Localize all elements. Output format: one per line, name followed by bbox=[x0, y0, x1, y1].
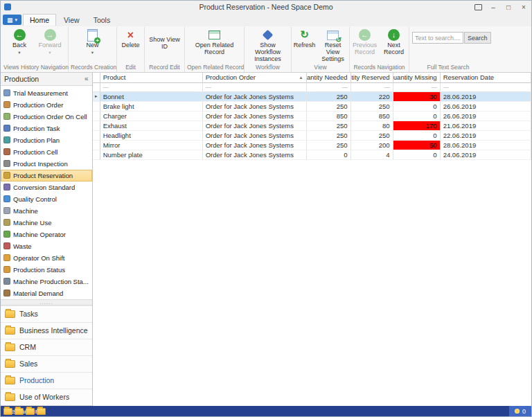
sidebar-splitter[interactable]: ...... bbox=[1, 299, 92, 305]
sidebar-item-machine-production-sta[interactable]: Machine Production Sta... bbox=[1, 276, 92, 287]
cell-date[interactable]: 28.06.2019 bbox=[441, 92, 531, 102]
cell-missing[interactable]: 0 bbox=[393, 112, 441, 121]
column-header-quantity-needed[interactable]: Quantity Needed bbox=[307, 73, 351, 83]
sidebar-item-quality-control[interactable]: Quality Control bbox=[1, 193, 92, 205]
sidebar-item-waste[interactable]: Waste bbox=[1, 240, 92, 252]
cell-reserved[interactable]: 220 bbox=[351, 92, 393, 102]
sidebar-nav-crm[interactable]: CRM bbox=[1, 339, 92, 355]
reset-view-settings-button[interactable]: Reset View Settings bbox=[317, 28, 349, 64]
cell-missing[interactable]: 170 bbox=[393, 121, 441, 131]
sidebar-nav-production[interactable]: Production bbox=[1, 372, 92, 389]
cell-needed[interactable]: 250 bbox=[307, 121, 351, 131]
cell-order[interactable]: Order for Jack Jones Systems bbox=[203, 121, 307, 131]
folder-icon[interactable] bbox=[37, 408, 46, 415]
sidebar-nav-sales[interactable]: Sales bbox=[1, 355, 92, 372]
cell-needed[interactable]: 250 bbox=[307, 141, 351, 150]
filter-cell-quantity-needed[interactable]: — bbox=[307, 83, 351, 92]
sidebar-item-trial-measurement[interactable]: Trial Measurement bbox=[1, 87, 92, 99]
cell-missing[interactable]: 50 bbox=[393, 141, 441, 150]
cell-reserved[interactable]: 250 bbox=[351, 102, 393, 112]
new-button[interactable]: New ▾ bbox=[78, 28, 108, 55]
cell-date[interactable]: 26.06.2019 bbox=[441, 102, 531, 112]
cell-date[interactable]: 22.06.2019 bbox=[441, 131, 531, 141]
cell-order[interactable]: Order for Jack Jones Systems bbox=[203, 150, 307, 160]
table-row[interactable]: ExhaustOrder for Jack Jones Systems25080… bbox=[93, 121, 531, 131]
sidebar-nav-business-intelligence[interactable]: Business Intelligence bbox=[1, 322, 92, 339]
cell-product[interactable]: Headlight bbox=[100, 131, 203, 141]
next-record-button[interactable]: ↓ Next Record bbox=[380, 28, 409, 57]
cell-reserved[interactable]: 4 bbox=[351, 150, 393, 160]
cell-product[interactable]: Charger bbox=[100, 112, 203, 121]
sidebar-item-production-order-on-cell[interactable]: Production Order On Cell bbox=[1, 111, 92, 123]
tab-tools[interactable]: Tools bbox=[87, 15, 117, 26]
cell-needed[interactable]: 250 bbox=[307, 131, 351, 141]
cell-reserved[interactable]: 250 bbox=[351, 131, 393, 141]
sidebar-nav-tasks[interactable]: Tasks bbox=[1, 305, 92, 322]
filter-cell-quantity-missing[interactable]: — bbox=[393, 83, 441, 92]
tab-home[interactable]: Home bbox=[23, 14, 56, 26]
sidebar-item-production-cell[interactable]: Production Cell bbox=[1, 146, 92, 158]
sidebar-item-machine-use[interactable]: Machine Use bbox=[1, 217, 92, 229]
sidebar-item-material-demand[interactable]: Material Demand bbox=[1, 287, 92, 299]
column-header-quantity-missing[interactable]: Quantity Missing bbox=[393, 73, 441, 83]
sidebar-collapse-button[interactable]: « bbox=[85, 75, 89, 82]
sidebar-item-production-task[interactable]: Production Task bbox=[1, 123, 92, 134]
back-button[interactable]: ← Back ▾ bbox=[4, 28, 35, 55]
sidebar-nav-use-of-workers[interactable]: Use of Workers bbox=[1, 389, 92, 405]
cell-needed[interactable]: 0 bbox=[307, 150, 351, 160]
folder-icon[interactable] bbox=[26, 408, 35, 415]
filter-cell-production-order[interactable]: — bbox=[203, 83, 307, 92]
cell-date[interactable]: 26.06.2019 bbox=[441, 112, 531, 121]
table-row[interactable]: Brake lightOrder for Jack Jones Systems2… bbox=[93, 102, 531, 112]
folder-icon[interactable] bbox=[15, 408, 24, 415]
application-menu-button[interactable]: ▦ ▾ bbox=[3, 15, 21, 25]
cell-order[interactable]: Order for Jack Jones Systems bbox=[203, 102, 307, 112]
sidebar-item-conversion-standard[interactable]: Conversion Standard bbox=[1, 181, 92, 193]
sidebar-item-machine-operator[interactable]: Machine Operator bbox=[1, 229, 92, 240]
filter-cell-product[interactable]: — bbox=[100, 83, 203, 92]
full-text-search-input[interactable] bbox=[412, 32, 463, 44]
cell-reserved[interactable]: 850 bbox=[351, 112, 393, 121]
search-button[interactable]: Search bbox=[464, 32, 491, 44]
sidebar-item-machine[interactable]: Machine bbox=[1, 205, 92, 217]
cell-needed[interactable]: 850 bbox=[307, 112, 351, 121]
cell-order[interactable]: Order for Jack Jones Systems bbox=[203, 141, 307, 150]
cell-order[interactable]: Order for Jack Jones Systems bbox=[203, 131, 307, 141]
table-row[interactable]: MirrorOrder for Jack Jones Systems250200… bbox=[93, 141, 531, 150]
cell-product[interactable]: Mirror bbox=[100, 141, 203, 150]
open-related-record-button[interactable]: Open Related Record bbox=[192, 28, 238, 57]
notification-area[interactable]: 0 bbox=[509, 406, 531, 416]
sidebar-item-production-order[interactable]: Production Order bbox=[1, 99, 92, 111]
filter-cell-quantity-reserved[interactable]: — bbox=[351, 83, 393, 92]
cell-reserved[interactable]: 200 bbox=[351, 141, 393, 150]
cell-needed[interactable]: 250 bbox=[307, 102, 351, 112]
cell-missing[interactable]: 0 bbox=[393, 102, 441, 112]
filter-cell-reservation-date[interactable]: — bbox=[441, 83, 531, 92]
sidebar-item-product-reservation[interactable]: Product Reservation bbox=[1, 170, 92, 181]
cell-missing[interactable]: 0 bbox=[393, 131, 441, 141]
cell-order[interactable]: Order for Jack Jones Systems bbox=[203, 112, 307, 121]
show-view-id-button[interactable]: Show View ID bbox=[146, 28, 184, 60]
maximize-button[interactable]: □ bbox=[501, 1, 516, 13]
tab-view[interactable]: View bbox=[57, 15, 86, 26]
sidebar-item-operator-on-shift[interactable]: Operator On Shift bbox=[1, 252, 92, 264]
column-header-product[interactable]: Product bbox=[100, 73, 203, 83]
close-button[interactable]: × bbox=[516, 1, 531, 13]
table-row[interactable]: ChargerOrder for Jack Jones Systems85085… bbox=[93, 112, 531, 121]
table-row[interactable]: HeadlightOrder for Jack Jones Systems250… bbox=[93, 131, 531, 141]
cell-date[interactable]: 21.06.2019 bbox=[441, 121, 531, 131]
cell-missing[interactable]: 0 bbox=[393, 150, 441, 160]
cell-date[interactable]: 28.06.2019 bbox=[441, 141, 531, 150]
table-row[interactable]: Number plateOrder for Jack Jones Systems… bbox=[93, 150, 531, 160]
cell-date[interactable]: 24.06.2019 bbox=[441, 150, 531, 160]
refresh-button[interactable]: ↻ Refresh bbox=[292, 28, 317, 50]
cell-needed[interactable]: 250 bbox=[307, 92, 351, 102]
delete-button[interactable]: × Delete bbox=[118, 28, 143, 50]
sidebar-item-production-status[interactable]: Production Status bbox=[1, 264, 92, 276]
sidebar-item-production-plan[interactable]: Production Plan bbox=[1, 134, 92, 146]
cell-missing[interactable]: 30 bbox=[393, 92, 441, 102]
column-header-reservation-date[interactable]: Reservation Date bbox=[441, 73, 531, 83]
cell-reserved[interactable]: 80 bbox=[351, 121, 393, 131]
column-header-quantity-reserved[interactable]: Quantity Reserved bbox=[351, 73, 393, 83]
column-header-production-order[interactable]: Production Order▲ bbox=[203, 73, 307, 83]
